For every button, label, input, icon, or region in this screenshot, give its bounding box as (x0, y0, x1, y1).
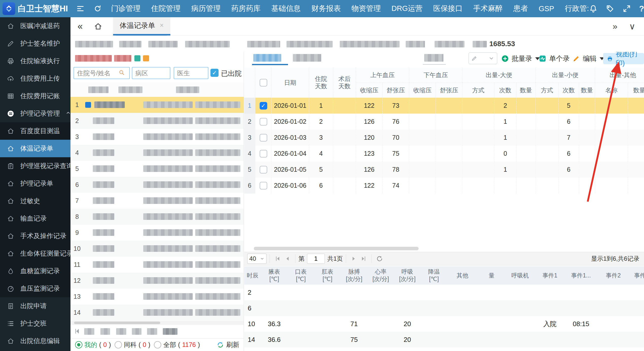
topbar-nav-item[interactable]: 基础信息 (271, 4, 301, 14)
patient-row[interactable]: 12 (70, 273, 244, 289)
topbar-nav-item[interactable]: 患者 (513, 4, 528, 14)
menu-fold-icon[interactable] (76, 4, 85, 13)
ward-search-input[interactable] (132, 67, 170, 79)
row-checkbox[interactable] (260, 182, 267, 189)
record-row[interactable]: 4 2026-01-04 4 123 75 0 (244, 146, 644, 162)
topbar-nav-item[interactable]: 医保接口 (433, 4, 462, 14)
topbar-nav-item[interactable]: 行政管: (565, 4, 589, 14)
topbar-nav-item[interactable]: 药房药库 (231, 4, 261, 14)
patient-row[interactable]: 14 (70, 305, 244, 321)
tab-close-icon[interactable]: × (160, 22, 164, 29)
sidebar-item-blood-glucose-record[interactable]: 血糖监测记录 (0, 262, 70, 280)
notification-bell-icon[interactable] (589, 4, 598, 13)
topbar-nav-item[interactable]: 手术麻醉 (473, 4, 503, 14)
view-print-button[interactable]: 视图(打印) (603, 53, 644, 64)
patient-row[interactable]: 2 (70, 113, 244, 129)
first-page-icon[interactable] (274, 255, 281, 262)
sidebar-item-vital-signs-record[interactable]: 生命体征测量记录 (0, 245, 70, 262)
patient-row[interactable]: 10 (70, 241, 244, 257)
topbar-nav-item[interactable]: 财务报表 (311, 4, 341, 14)
sidebar-item-blood-pressure-record[interactable]: 血压监测记录 (0, 280, 70, 297)
first-page-icon[interactable] (74, 328, 81, 336)
sidebar-item-allergy-history[interactable]: 过敏史 (0, 192, 70, 210)
patient-row[interactable]: 5 (70, 161, 244, 177)
sidebar-item-surgery-operation-record[interactable]: 手术及操作记录 (0, 227, 70, 245)
record-row[interactable]: 1 2026-01-01 1 122 73 2 (244, 98, 644, 114)
vitals-row[interactable]: 6 (244, 300, 644, 316)
row-checkbox[interactable] (260, 134, 267, 142)
topbar-nav-item[interactable]: 住院管理 (151, 4, 181, 14)
sidebar-item-temperature-screening[interactable]: 百度度目测温 (0, 122, 70, 140)
sidebar-group-nursing-records[interactable]: 护理记录管理 (0, 105, 70, 122)
sidebar-item-transfusion-record[interactable]: 输血记录 (0, 210, 70, 227)
patient-row[interactable]: 8 (70, 209, 244, 225)
row-checkbox[interactable] (260, 150, 267, 157)
vitals-row[interactable]: 10 36.3 71 20 入院 08:15 (244, 316, 644, 332)
record-row[interactable]: 5 2026-01-05 5 126 78 1 (244, 162, 644, 178)
patient-row[interactable]: 9 (70, 225, 244, 241)
scroll-tabs-right-icon[interactable]: » (613, 21, 617, 31)
single-entry-button[interactable]: 单个录 (539, 53, 570, 64)
home-tab-icon[interactable] (94, 22, 102, 31)
topbar-nav-item[interactable]: 病历管理 (191, 4, 221, 14)
last-page-icon[interactable] (360, 255, 367, 262)
page-number-input[interactable] (307, 254, 325, 264)
sidebar-item-nurse-handover[interactable]: 护士交班 (0, 315, 70, 332)
subtab-active-redacted[interactable] (253, 54, 281, 62)
fullscreen-icon[interactable] (622, 4, 631, 13)
scrollbar-thumb[interactable] (74, 322, 160, 324)
patient-row[interactable]: 11 (70, 257, 244, 273)
filter-radio-option[interactable]: 同科( 0) (115, 341, 151, 349)
refresh-button[interactable]: 刷新 (217, 340, 239, 349)
batch-entry-button[interactable]: 批量录 (501, 53, 540, 64)
record-row[interactable]: 2 2026-01-02 2 126 76 1 (244, 114, 644, 130)
sidebar-item-nurse-signature[interactable]: 护士签名维护 (0, 35, 70, 52)
sidebar-item-medical-order-refund[interactable]: 医嘱冲减退药 (0, 17, 70, 35)
sidebar-item-discharge-application[interactable]: 出院申请 (0, 297, 70, 315)
sidebar-item-infusion-execution[interactable]: 住院输液执行 (0, 52, 70, 70)
doctor-search-input[interactable] (174, 67, 208, 79)
collapse-tabs-icon[interactable]: « (78, 21, 83, 32)
edit-mode-combo[interactable] (469, 52, 497, 64)
sidebar-item-temperature-record-sheet[interactable]: 体温记录单 (0, 140, 70, 157)
help-icon[interactable]: ? (639, 4, 644, 13)
filter-radio-option[interactable]: 全部( 1176) (154, 341, 200, 349)
topbar-nav-item[interactable]: DRG运营 (391, 4, 422, 14)
subtab-redacted[interactable] (293, 54, 321, 62)
patient-row[interactable]: 7 (70, 193, 244, 209)
refresh-icon[interactable] (93, 4, 102, 13)
topbar-nav-item[interactable]: 物资管理 (351, 4, 381, 14)
reload-icon[interactable] (376, 255, 383, 262)
row-checkbox[interactable] (260, 166, 267, 173)
tab-list-caret-icon[interactable]: ∨ (629, 21, 635, 31)
edit-button[interactable]: 编辑 (572, 53, 604, 64)
record-row[interactable]: 6 2026-01-06 6 122 74 (244, 178, 644, 194)
tag-icon[interactable] (606, 4, 614, 13)
patient-row[interactable]: 13 (70, 289, 244, 305)
patient-row[interactable]: 6 (70, 177, 244, 193)
sidebar-item-nursing-record-sheet[interactable]: 护理记录单 (0, 175, 70, 192)
patient-row[interactable]: 3 (70, 129, 244, 145)
sidebar-item-fee-upload[interactable]: 住院费用上传 (0, 70, 70, 87)
scrollbar-thumb[interactable] (254, 247, 419, 250)
row-checkbox[interactable] (260, 118, 267, 126)
tab-temperature-record[interactable]: 体温记录单 × (113, 17, 170, 36)
row-checkbox[interactable] (260, 102, 267, 110)
filter-radio-option[interactable]: 我的( 0) (75, 341, 111, 349)
sidebar-item-fee-accounting[interactable]: 住院费用记账 (0, 87, 70, 105)
patient-row[interactable]: 4 (70, 145, 244, 161)
topbar-nav-item[interactable]: 门诊管理 (111, 4, 140, 14)
topbar-nav-item[interactable]: GSP (539, 5, 554, 13)
select-all-checkbox[interactable] (260, 79, 267, 86)
dropdown-redacted[interactable] (424, 54, 443, 62)
discharged-checkbox[interactable] (210, 69, 219, 77)
vitals-row[interactable]: 2 (244, 285, 644, 300)
sidebar-item-discharge-info-edit[interactable]: 出院信息编辑 (0, 332, 70, 350)
record-row[interactable]: 3 2026-01-03 3 120 70 1 (244, 130, 644, 146)
page-size-select[interactable]: 40 (247, 254, 266, 264)
search-icon[interactable] (118, 69, 125, 76)
patient-row[interactable]: 1 (70, 97, 244, 113)
sidebar-item-nursing-patrol-query[interactable]: 护理巡视记录查询 (0, 157, 70, 175)
prev-page-icon[interactable] (284, 255, 291, 262)
next-page-icon[interactable] (351, 255, 357, 262)
